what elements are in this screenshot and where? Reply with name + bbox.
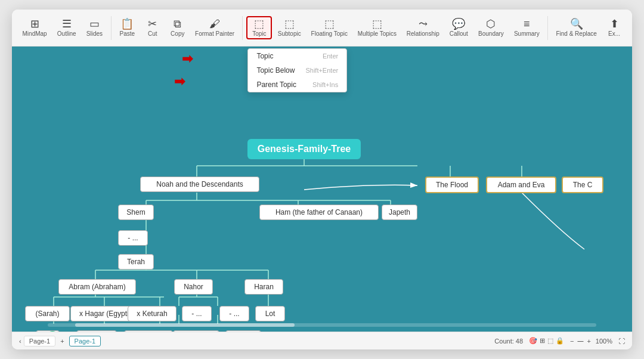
status-icon-4[interactable]: 🔒	[556, 337, 564, 345]
cut-label: Cut	[148, 30, 157, 37]
boundary-icon: ⬡	[486, 18, 496, 29]
statusbar-icons: 🎯 ⊞ ⬚ 🔒	[529, 337, 564, 345]
toolbar-export[interactable]: ⬆ Ex...	[602, 17, 626, 38]
dotdot3-label: - ...	[229, 310, 239, 318]
node-lot[interactable]: Lot	[255, 306, 285, 321]
root-node-label: Genesis-Family-Tree	[258, 144, 351, 154]
toolbar-multiple-topics[interactable]: ⬚ Multiple Topics	[353, 17, 401, 38]
node-sarah[interactable]: (Sarah)	[25, 306, 70, 321]
node-rebekkah[interactable]: Rebekkah	[173, 330, 219, 332]
subtopic-label: Subtopic	[278, 30, 301, 37]
toolbar-outline[interactable]: ☰ Outline	[52, 17, 80, 38]
toolbar-slides[interactable]: ▭ Slides	[82, 17, 107, 38]
status-icon-3[interactable]: ⬚	[547, 337, 553, 345]
export-label: Ex...	[608, 30, 620, 37]
page-tab-1[interactable]: Page-1	[24, 336, 55, 346]
dropdown-topic-below-shortcut: Shift+Enter	[305, 67, 338, 74]
japeth-label: Japeth	[389, 208, 410, 216]
divider-1	[111, 16, 112, 40]
terah-label: Terah	[127, 258, 145, 266]
dotdot2-label: - ...	[191, 310, 202, 318]
node-noah[interactable]: Noah and the Descendants	[140, 177, 259, 192]
dotdot1-label: - ...	[128, 234, 138, 242]
prev-page-btn[interactable]: ‹	[19, 338, 21, 345]
dropdown-item-topic[interactable]: Topic Enter	[248, 49, 346, 63]
toolbar-callout[interactable]: 💬 Callout	[445, 17, 472, 38]
toolbar-mindmap[interactable]: ⊞ MindMap	[18, 17, 51, 38]
fullscreen-btn[interactable]: ⛶	[618, 338, 625, 345]
node-nahor[interactable]: Nahor	[174, 279, 213, 295]
zoom-level: 100%	[596, 338, 612, 345]
toolbar-cut[interactable]: ✂ Cut	[141, 17, 165, 38]
toolbar-relationship[interactable]: ⤳ Relationship	[402, 17, 444, 38]
relationship-icon: ⤳	[419, 18, 428, 29]
toolbar-paste[interactable]: 📋 Paste	[115, 17, 140, 38]
toolbar: ⊞ MindMap ☰ Outline ▭ Slides 📋 Paste ✂ C…	[12, 10, 632, 47]
node-adam[interactable]: Adam and Eva	[486, 177, 556, 193]
multiple-topics-icon: ⬚	[372, 18, 382, 29]
page-tab-active[interactable]: Page-1	[69, 336, 101, 346]
node-flood[interactable]: The Flood	[425, 177, 479, 193]
topic-dropdown: Topic Enter Topic Below Shift+Enter Pare…	[247, 48, 347, 92]
app-window: ⊞ MindMap ☰ Outline ▭ Slides 📋 Paste ✂ C…	[12, 10, 632, 349]
root-node[interactable]: Genesis-Family-Tree	[247, 139, 361, 159]
status-icon-1[interactable]: 🎯	[529, 337, 537, 345]
toolbar-summary[interactable]: ≡ Summary	[509, 17, 544, 38]
boundary-label: Boundary	[478, 30, 504, 37]
node-keturah[interactable]: x Keturah	[128, 306, 177, 321]
toolbar-boundary[interactable]: ⬡ Boundary	[474, 17, 509, 38]
slides-label: Slides	[86, 30, 103, 37]
count-label: Count: 48	[494, 338, 523, 345]
toolbar-format-painter[interactable]: 🖌 Format Painter	[191, 17, 239, 38]
zoom-controls: − ─ + 100% ⛶	[570, 336, 625, 346]
zoom-out-btn[interactable]: −	[570, 338, 574, 345]
topic-label: Topic	[252, 30, 266, 37]
callout-icon: 💬	[452, 18, 465, 29]
dropdown-item-parent-topic[interactable]: Parent Topic Shift+Ins	[248, 78, 346, 92]
node-shem[interactable]: Shem	[118, 205, 154, 220]
zoom-in-btn[interactable]: +	[587, 338, 590, 345]
toolbar-copy[interactable]: ⧉ Copy	[166, 17, 190, 38]
slides-icon: ▭	[89, 18, 100, 29]
dropdown-item-topic-below[interactable]: Topic Below Shift+Enter	[248, 63, 346, 78]
toolbar-subtopic[interactable]: ⬚ Subtopic	[273, 17, 305, 38]
adam-label: Adam and Eva	[498, 181, 545, 189]
divider-3	[547, 16, 548, 40]
node-the-c[interactable]: The C	[562, 177, 603, 193]
horizontal-scrollbar[interactable]	[48, 323, 596, 327]
node-dotdot2[interactable]: - ...	[182, 306, 212, 321]
the-c-label: The C	[573, 181, 593, 189]
node-ham[interactable]: Ham (the father of Canaan)	[259, 205, 379, 220]
copy-label: Copy	[171, 30, 184, 37]
node-other-sons[interactable]: other sons	[124, 330, 173, 332]
node-abram[interactable]: Abram (Abraham)	[58, 279, 136, 295]
add-page-btn[interactable]: +	[58, 338, 66, 345]
toolbar-topic[interactable]: ⬚ Topic Topic Enter Topic Below Shift+En…	[246, 16, 272, 39]
toolbar-floating-topic[interactable]: ⬚ Floating Topic	[306, 17, 352, 38]
dropdown-topic-below-label: Topic Below	[256, 66, 295, 75]
node-haran[interactable]: Haran	[244, 279, 283, 295]
node-isaac[interactable]: ac	[36, 330, 60, 332]
floating-topic-icon: ⬚	[324, 18, 335, 29]
format-painter-icon: 🖌	[209, 18, 220, 29]
node-japeth[interactable]: Japeth	[382, 205, 417, 220]
node-ishmael[interactable]: Ishmael	[76, 330, 117, 332]
summary-label: Summary	[514, 30, 540, 37]
lot-label: Lot	[265, 310, 275, 318]
status-icon-2[interactable]: ⊞	[540, 337, 545, 345]
dropdown-topic-shortcut: Enter	[323, 52, 338, 60]
paste-icon: 📋	[120, 18, 134, 29]
mindmap-label: MindMap	[23, 30, 47, 37]
noah-label: Noah and the Descendants	[156, 180, 243, 188]
sarah-label: (Sarah)	[35, 310, 59, 318]
node-dotdot3[interactable]: - ...	[219, 306, 249, 321]
ham-label: Ham (the father of Canaan)	[275, 208, 363, 216]
statusbar: ‹ Page-1 + Page-1 Count: 48 🎯 ⊞ ⬚ 🔒 − ─ …	[12, 332, 632, 349]
count-display: Count: 48	[494, 338, 523, 345]
node-terah[interactable]: Terah	[118, 254, 154, 270]
node-dotdot1[interactable]: - ...	[118, 230, 148, 246]
node-laban[interactable]: Laban	[225, 330, 261, 332]
arrow-to-topic: ➡	[182, 51, 193, 67]
toolbar-find-replace[interactable]: 🔍 Find & Replace	[552, 17, 601, 38]
floating-topic-label: Floating Topic	[311, 30, 348, 37]
